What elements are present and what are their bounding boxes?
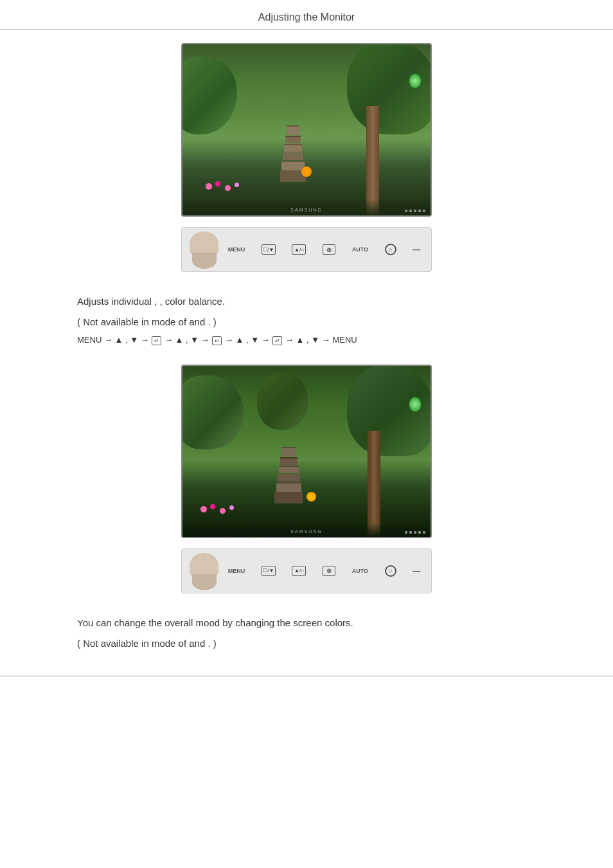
garden-scene-2: SAMSUNG	[182, 366, 431, 537]
description-line-4: ( Not available in mode of and . )	[77, 636, 549, 651]
foliage-left-2	[182, 375, 244, 449]
description-line-3: You can change the overall mood by chang…	[77, 615, 549, 631]
monitor-controls-1	[405, 210, 425, 212]
btn2-2[interactable]: ▲/○	[292, 566, 306, 576]
menu-label-2: MENU	[228, 568, 245, 574]
power-btn-2[interactable]: ○	[385, 565, 396, 577]
header-section: Adjusting the Monitor	[0, 0, 613, 30]
monitor-controls-2	[405, 531, 425, 534]
btn3[interactable]: ⊕	[323, 244, 335, 255]
panel-buttons-1: MENU ☐/▼ ▲/○ ⊕ A	[225, 244, 423, 255]
btn2[interactable]: ▲/○	[292, 244, 306, 255]
foliage-mid-2	[257, 372, 308, 430]
panel-buttons-2: MENU ☐/▼ ▲/○ ⊕ A	[225, 565, 423, 577]
monitor-image-2: SAMSUNG	[181, 365, 432, 538]
menu-label: MENU	[228, 246, 245, 253]
garden-scene-1: SAMSUNG	[182, 44, 431, 215]
lantern-2	[409, 397, 422, 412]
hand-illustration-1	[190, 230, 225, 269]
hand-illustration-2	[190, 552, 225, 590]
monitor-image-1: SAMSUNG	[181, 43, 432, 217]
minus-btn[interactable]: —	[413, 245, 420, 254]
content-section-2: You can change the overall mood by chang…	[0, 609, 613, 663]
auto-label-2: AUTO	[352, 568, 368, 574]
brand-label-1: SAMSUNG	[290, 208, 322, 212]
pagoda-1	[287, 125, 299, 183]
content-section-1: Adjusts individual , , color balance. ( …	[0, 287, 613, 354]
auto-label: AUTO	[352, 246, 368, 253]
footer-divider	[0, 676, 613, 676]
btn3-2[interactable]: ⊕	[323, 566, 335, 576]
nav-sequence-1: MENU → ▲ , ▼ → ↵ → ▲ , ▼ → ↵ → ▲ , ▼ → ↵…	[77, 335, 549, 345]
btn2-group: ▲/○	[292, 244, 306, 255]
btn3-group-2: ⊕	[323, 566, 335, 576]
page-container: Adjusting the Monitor	[0, 0, 613, 868]
pagoda-2	[281, 447, 296, 508]
power-btn[interactable]: ○	[385, 244, 396, 255]
description-line-1: Adjusts individual , , color balance.	[77, 294, 549, 309]
page-title: Adjusting the Monitor	[258, 12, 355, 23]
orange-2	[306, 492, 316, 502]
control-panel-1-container: MENU ☐/▼ ▲/○ ⊕ A	[0, 227, 613, 272]
btn1-2[interactable]: ☐/▼	[262, 566, 276, 576]
monitor-image-2-container: SAMSUNG	[0, 365, 613, 538]
control-panel-1: MENU ☐/▼ ▲/○ ⊕ A	[181, 227, 432, 272]
brand-label-2: SAMSUNG	[290, 529, 322, 534]
tree-trunk-2	[368, 431, 380, 537]
flowers-2	[197, 503, 258, 525]
btn3-group: ⊕	[323, 244, 335, 255]
monitor-image-1-container: SAMSUNG	[0, 43, 613, 217]
lantern-1	[409, 73, 422, 89]
btn1-group: ☐/▼	[262, 244, 276, 255]
control-panel-2-container: MENU ☐/▼ ▲/○ ⊕ A	[0, 548, 613, 593]
control-panel-2: MENU ☐/▼ ▲/○ ⊕ A	[181, 548, 432, 593]
btn1-group-2: ☐/▼	[262, 566, 276, 576]
description-line-2: ( Not available in mode of and . )	[77, 314, 549, 330]
btn2-group-2: ▲/○	[292, 566, 306, 576]
tree-canopy-1	[347, 44, 431, 134]
btn1[interactable]: ☐/▼	[262, 244, 276, 255]
minus-btn-2[interactable]: —	[413, 566, 420, 575]
